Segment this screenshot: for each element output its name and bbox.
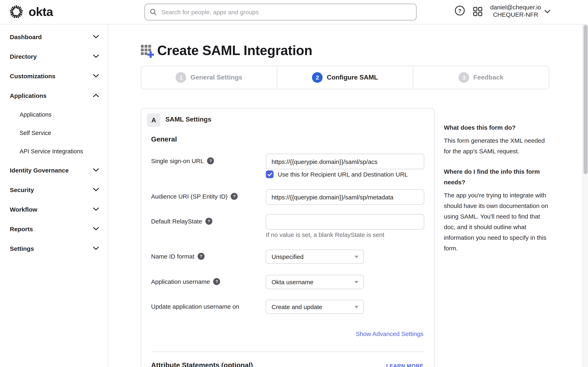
field-label: Update application username on xyxy=(151,303,239,310)
help-answer-1: This form generates the XML needed for t… xyxy=(444,135,550,157)
chevron-down-icon xyxy=(93,227,99,230)
section-title: SAML Settings xyxy=(165,116,211,123)
chevron-down-icon xyxy=(93,208,99,211)
step-number-badge: 1 xyxy=(176,72,186,83)
scrollbar-thumb[interactable] xyxy=(584,25,588,174)
select-value: Create and update xyxy=(272,303,322,310)
relaystate-input[interactable] xyxy=(266,214,424,230)
page-title: Create SAML Integration xyxy=(157,43,312,58)
help-tooltip-icon[interactable]: ? xyxy=(213,278,220,285)
account-email: daniel@chequer.io xyxy=(490,4,541,11)
chevron-down-icon[interactable] xyxy=(544,10,550,13)
audience-uri-label-row: Audience URI (SP Entity ID) ? xyxy=(151,193,238,200)
page-header: Create SAML Integration xyxy=(140,42,312,59)
step-general-settings[interactable]: 1 General Settings xyxy=(141,66,277,89)
apps-grid-icon[interactable] xyxy=(473,7,483,16)
contextual-help-panel: What does this form do? This form genera… xyxy=(444,122,550,263)
help-tooltip-icon[interactable]: ? xyxy=(207,157,214,164)
relaystate-label-row: Default RelayState ? xyxy=(151,218,212,225)
audience-uri-input[interactable] xyxy=(266,189,424,205)
chevron-down-icon xyxy=(93,74,99,77)
step-feedback[interactable]: 3 Feedback xyxy=(413,66,549,89)
step-label: General Settings xyxy=(190,74,242,81)
step-number-badge: 2 xyxy=(312,72,323,83)
step-label: Feedback xyxy=(473,74,503,81)
attribute-statements-title: Attribute Statements (optional) xyxy=(151,361,253,367)
question-icon: ? xyxy=(458,8,461,14)
help-tooltip-icon[interactable]: ? xyxy=(205,218,212,225)
chevron-down-icon xyxy=(93,247,99,250)
sidebar-item-security[interactable]: Security xyxy=(0,180,108,200)
update-username-select[interactable]: Create and update xyxy=(266,300,364,314)
chevron-down-icon xyxy=(93,188,99,191)
sidebar-item-label: Reports xyxy=(10,225,33,232)
sidebar-item-label: Settings xyxy=(10,245,34,252)
sidebar-subitem-applications[interactable]: Applications xyxy=(0,105,108,124)
search-input[interactable] xyxy=(160,8,411,16)
chevron-down-icon xyxy=(93,55,99,58)
account-org: CHEQUER-NFR xyxy=(490,11,541,18)
nameid-label-row: Name ID format ? xyxy=(151,253,205,260)
sidebar-item-label: API Service Integrations xyxy=(20,148,83,154)
checkbox-label: Use this for Recipient URL and Destinati… xyxy=(278,171,408,178)
sidebar-item-dashboard[interactable]: Dashboard xyxy=(0,27,108,47)
learn-more-link[interactable]: LEARN MORE xyxy=(386,363,424,367)
sidebar-item-applications[interactable]: Applications xyxy=(0,86,108,105)
checkbox-check-icon xyxy=(267,172,272,176)
sidebar-item-workflow[interactable]: Workflow xyxy=(0,200,108,219)
relaystate-helper-text: If no value is set, a blank RelayState i… xyxy=(266,231,384,238)
sidebar-subitem-api-service-integrations[interactable]: API Service Integrations xyxy=(0,142,108,160)
question-icon: ? xyxy=(215,279,218,284)
help-tooltip-icon[interactable]: ? xyxy=(231,193,238,200)
grid-plus-icon xyxy=(140,42,156,59)
sidebar-nav: Dashboard Directory Customizations Appli… xyxy=(0,24,108,367)
nameid-select[interactable]: Unspecified xyxy=(266,250,364,264)
brand-wordmark: okta xyxy=(29,5,53,19)
sidebar-item-customizations[interactable]: Customizations xyxy=(0,66,108,86)
help-tooltip-icon[interactable]: ? xyxy=(198,253,205,260)
sso-url-label-row: Single sign-on URL ? xyxy=(151,157,214,164)
global-search xyxy=(145,4,416,20)
field-label: Application username xyxy=(151,278,210,285)
sidebar-item-label: Applications xyxy=(10,92,47,99)
sidebar-item-label: Directory xyxy=(10,53,37,60)
saml-settings-panel: A SAML Settings General Single sign-on U… xyxy=(141,108,434,367)
top-bar: okta ? daniel@chequer.io CHEQUER-NFR xyxy=(0,0,588,25)
field-label: Default RelayState xyxy=(151,218,202,225)
sidebar-item-directory[interactable]: Directory xyxy=(0,47,108,66)
section-divider xyxy=(151,351,424,352)
chevron-up-icon xyxy=(93,94,99,97)
help-button[interactable]: ? xyxy=(455,6,465,16)
wizard-steps: 1 General Settings 2 Configure SAML 3 Fe… xyxy=(141,66,549,89)
sidebar-item-label: Self Service xyxy=(20,129,51,136)
recipient-url-checkbox[interactable] xyxy=(266,170,274,178)
section-badge: A xyxy=(147,113,160,127)
chevron-down-icon xyxy=(93,35,99,38)
update-username-label-row: Update application username on xyxy=(151,303,239,310)
select-value: Unspecified xyxy=(272,253,303,260)
sso-url-input[interactable] xyxy=(266,154,424,169)
group-title-general: General xyxy=(151,135,177,143)
question-icon: ? xyxy=(200,254,202,259)
question-icon: ? xyxy=(208,219,210,224)
show-advanced-settings-link[interactable]: Show Advanced Settings xyxy=(356,330,424,337)
select-caret-icon xyxy=(355,256,359,258)
sidebar-item-label: Identity Governance xyxy=(10,167,69,174)
field-label: Name ID format xyxy=(151,253,194,260)
sidebar-item-settings[interactable]: Settings xyxy=(0,239,108,258)
sidebar-item-label: Applications xyxy=(20,111,52,118)
recipient-url-checkbox-row: Use this for Recipient URL and Destinati… xyxy=(266,170,408,178)
sidebar-item-reports[interactable]: Reports xyxy=(0,219,108,239)
account-menu[interactable]: daniel@chequer.io CHEQUER-NFR xyxy=(490,4,541,18)
field-label: Audience URI (SP Entity ID) xyxy=(151,193,228,200)
sidebar-item-identity-governance[interactable]: Identity Governance xyxy=(0,160,108,180)
step-configure-saml[interactable]: 2 Configure SAML xyxy=(277,66,413,89)
okta-logo[interactable]: okta xyxy=(8,4,53,20)
field-label: Single sign-on URL xyxy=(151,157,204,164)
step-number-badge: 3 xyxy=(458,72,469,83)
sidebar-item-label: Customizations xyxy=(10,72,55,79)
question-icon: ? xyxy=(233,194,235,199)
sidebar-subitem-self-service[interactable]: Self Service xyxy=(0,124,108,142)
help-question-1: What does this form do? xyxy=(444,122,550,133)
app-username-select[interactable]: Okta username xyxy=(266,275,364,289)
